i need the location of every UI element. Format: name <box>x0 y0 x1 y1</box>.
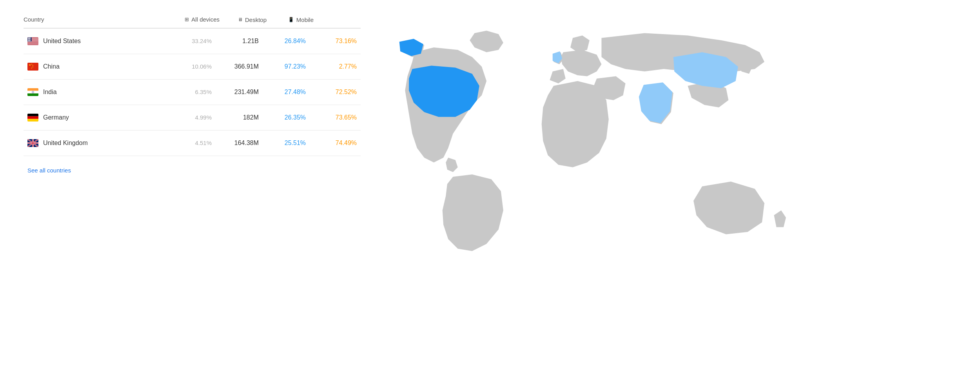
share-percentage: 33.24% <box>172 38 220 44</box>
mobile-col-header: 📱 Mobile <box>267 16 314 23</box>
svg-point-30 <box>29 39 30 39</box>
svg-rect-8 <box>27 42 38 43</box>
table-body: United States 33.24% 1.21B 26.84% 73.16%… <box>24 29 361 156</box>
svg-text:★: ★ <box>31 67 33 69</box>
country-name: China <box>43 63 60 70</box>
svg-rect-10 <box>27 43 38 44</box>
svg-rect-72 <box>27 143 38 143</box>
svg-rect-9 <box>27 42 38 43</box>
svg-point-35 <box>29 39 30 40</box>
table-header: Country ⊞ All devices 🖥 Desktop 📱 Mobile <box>24 16 361 29</box>
see-all-countries[interactable]: See all countries <box>24 167 361 174</box>
mobile-icon: 📱 <box>288 17 294 22</box>
country-cell: United States <box>24 37 172 45</box>
desktop-value: 25.51% <box>267 140 314 147</box>
svg-point-48 <box>29 41 30 41</box>
svg-point-37 <box>28 40 29 40</box>
svg-point-40 <box>30 40 30 40</box>
mobile-value: 2.77% <box>314 63 361 70</box>
svg-point-25 <box>29 38 29 39</box>
all-devices-col-header: ⊞ All devices <box>172 16 220 23</box>
svg-rect-58 <box>27 93 38 96</box>
svg-point-42 <box>28 40 29 40</box>
all-devices-value: 164.38M <box>220 140 267 147</box>
country-flag-in <box>27 88 38 96</box>
svg-point-32 <box>28 39 28 40</box>
svg-point-38 <box>29 40 29 40</box>
country-cell: ★ ★ ★ ★ ★ China <box>24 63 172 71</box>
all-devices-icon: ⊞ <box>185 16 189 22</box>
svg-point-19 <box>28 38 29 38</box>
mobile-value: 73.16% <box>314 38 361 45</box>
svg-point-43 <box>29 40 29 40</box>
country-table: Country ⊞ All devices 🖥 Desktop 📱 Mobile <box>24 16 361 174</box>
country-col-header: Country <box>24 16 172 23</box>
svg-point-20 <box>29 38 29 38</box>
mobile-value: 73.65% <box>314 114 361 121</box>
svg-point-15 <box>28 37 29 38</box>
svg-rect-62 <box>27 116 38 119</box>
country-cell: Germany <box>24 114 172 122</box>
svg-point-39 <box>29 40 30 40</box>
svg-rect-7 <box>27 41 38 42</box>
desktop-icon: 🖥 <box>238 17 243 22</box>
world-map <box>376 24 808 273</box>
svg-point-22 <box>30 38 30 38</box>
svg-point-46 <box>28 41 29 41</box>
table-row: United Kingdom 4.51% 164.38M 25.51% 74.4… <box>24 131 361 156</box>
mobile-value: 74.49% <box>314 140 361 147</box>
desktop-value: 27.48% <box>267 89 314 96</box>
svg-point-29 <box>29 39 29 39</box>
country-flag-us <box>27 37 38 45</box>
see-all-link[interactable]: See all countries <box>27 167 71 174</box>
svg-point-23 <box>28 38 28 39</box>
svg-point-16 <box>29 37 29 38</box>
country-name: Germany <box>43 114 69 121</box>
svg-point-28 <box>28 39 29 39</box>
svg-point-44 <box>29 40 30 40</box>
svg-point-36 <box>30 39 31 40</box>
share-percentage: 6.35% <box>172 89 220 95</box>
svg-point-60 <box>33 92 33 92</box>
table-row: ★ ★ ★ ★ ★ China 10.06% 366.91M 97.23% 2.… <box>24 54 361 80</box>
svg-rect-63 <box>27 119 38 122</box>
all-devices-value: 366.91M <box>220 63 267 70</box>
country-flag-uk <box>27 139 38 147</box>
table-row: India 6.35% 231.49M 27.48% 72.52% <box>24 80 361 105</box>
country-name: India <box>43 89 57 96</box>
desktop-value: 26.35% <box>267 114 314 121</box>
table-row: Germany 4.99% 182M 26.35% 73.65% <box>24 105 361 131</box>
svg-point-17 <box>29 37 30 38</box>
svg-point-18 <box>30 37 31 38</box>
svg-point-24 <box>28 38 29 39</box>
country-name: United Kingdom <box>43 140 88 147</box>
svg-rect-12 <box>27 44 38 45</box>
svg-point-26 <box>29 38 30 39</box>
share-percentage: 4.51% <box>172 140 220 146</box>
svg-point-45 <box>30 40 31 40</box>
svg-point-34 <box>29 39 29 40</box>
desktop-value: 97.23% <box>267 63 314 70</box>
country-flag-cn: ★ ★ ★ ★ ★ <box>27 63 38 71</box>
desktop-col-header: 🖥 Desktop <box>220 16 267 23</box>
table-row: United States 33.24% 1.21B 26.84% 73.16% <box>24 29 361 54</box>
all-devices-value: 182M <box>220 114 267 121</box>
share-percentage: 4.99% <box>172 114 220 121</box>
svg-rect-56 <box>27 88 38 91</box>
svg-point-49 <box>30 41 30 41</box>
svg-point-47 <box>29 41 29 41</box>
svg-point-31 <box>30 39 30 39</box>
all-devices-value: 231.49M <box>220 89 267 96</box>
svg-point-41 <box>28 40 28 40</box>
svg-point-14 <box>28 37 28 38</box>
svg-rect-61 <box>27 114 38 116</box>
desktop-value: 26.84% <box>267 38 314 45</box>
country-cell: India <box>24 88 172 96</box>
country-cell: United Kingdom <box>24 139 172 147</box>
svg-point-33 <box>28 39 29 40</box>
all-devices-value: 1.21B <box>220 38 267 45</box>
country-flag-de <box>27 114 38 122</box>
mobile-value: 72.52% <box>314 89 361 96</box>
world-map-panel <box>361 16 956 274</box>
svg-rect-11 <box>27 44 38 44</box>
